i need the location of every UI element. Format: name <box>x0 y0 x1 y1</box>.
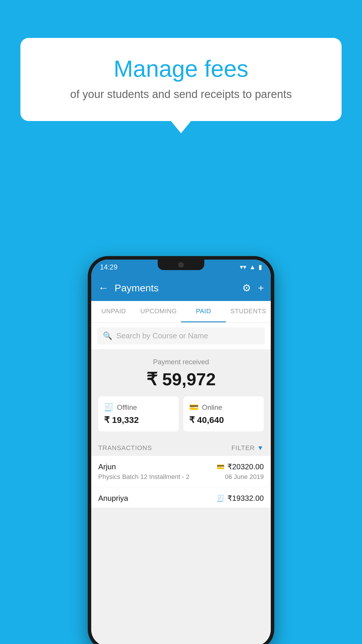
speech-bubble-container: Manage fees of your students and send re… <box>20 38 342 121</box>
transaction-amount-container: 💳 ₹20320.00 <box>217 462 264 471</box>
filter-icon: ▼ <box>257 444 264 452</box>
offline-card-header: 🧾 Offline <box>104 403 173 412</box>
transaction-name: Arjun <box>98 462 116 471</box>
tabs: UNPAID UPCOMING PAID STUDENTS <box>91 301 271 323</box>
search-bar[interactable]: 🔍 Search by Course or Name <box>97 327 265 344</box>
search-icon: 🔍 <box>103 331 112 340</box>
tab-unpaid[interactable]: UNPAID <box>91 301 136 322</box>
status-time: 14:29 <box>100 263 117 271</box>
offline-label: Offline <box>117 403 137 412</box>
transactions-header: TRANSACTIONS FILTER ▼ <box>91 438 271 456</box>
transaction-amount: ₹19332.00 <box>227 494 264 503</box>
payment-label: Payment received <box>98 358 264 366</box>
transactions-list: Arjun 💳 ₹20320.00 Physics Batch 12 Insta… <box>91 456 271 508</box>
tab-students[interactable]: STUDENTS <box>226 301 271 322</box>
status-icons: ▾▾ ▲ ▮ <box>240 263 262 271</box>
phone-notch <box>158 260 204 270</box>
app-bar: ← Payments ⚙ + <box>91 275 271 301</box>
transaction-name: Anupriya <box>98 494 128 503</box>
tab-upcoming[interactable]: UPCOMING <box>136 301 181 322</box>
payment-summary: Payment received ₹ 59,972 🧾 Offline ₹ 19… <box>91 349 271 438</box>
signal-icon: ▲ <box>249 263 256 271</box>
camera <box>178 262 184 267</box>
search-input[interactable]: Search by Course or Name <box>116 331 208 340</box>
settings-button[interactable]: ⚙ <box>242 282 251 294</box>
transaction-amount-container: 🧾 ₹19332.00 <box>217 494 264 503</box>
offline-icon: 🧾 <box>104 403 113 412</box>
phone-frame: 14:29 ▾▾ ▲ ▮ ← Payments ⚙ + UNPAID UPCOM… <box>88 256 274 644</box>
search-bar-container: 🔍 Search by Course or Name <box>91 323 271 349</box>
battery-icon: ▮ <box>259 263 262 271</box>
tab-paid[interactable]: PAID <box>181 301 226 322</box>
phone-screen: 14:29 ▾▾ ▲ ▮ ← Payments ⚙ + UNPAID UPCOM… <box>91 260 271 644</box>
online-amount: ₹ 40,640 <box>189 415 258 425</box>
online-label: Online <box>202 403 222 412</box>
offline-amount: ₹ 19,332 <box>104 415 173 425</box>
speech-bubble: Manage fees of your students and send re… <box>20 38 342 121</box>
online-card-header: 💳 Online <box>189 403 258 412</box>
app-bar-actions: ⚙ + <box>242 282 264 294</box>
speech-bubble-title: Manage fees <box>44 55 318 82</box>
transaction-course: Physics Batch 12 Installment - 2 <box>98 473 189 481</box>
transaction-row-bottom: Physics Batch 12 Installment - 2 06 June… <box>98 473 264 481</box>
offline-card: 🧾 Offline ₹ 19,332 <box>98 396 179 431</box>
add-button[interactable]: + <box>258 282 264 294</box>
online-card: 💳 Online ₹ 40,640 <box>183 396 264 431</box>
online-payment-icon: 💳 <box>217 463 224 471</box>
filter-button[interactable]: FILTER ▼ <box>231 444 264 452</box>
transaction-amount: ₹20320.00 <box>227 462 264 471</box>
payment-cards: 🧾 Offline ₹ 19,332 💳 Online ₹ 40,640 <box>98 396 264 431</box>
content-area: Payment received ₹ 59,972 🧾 Offline ₹ 19… <box>91 349 271 644</box>
speech-bubble-subtitle: of your students and send receipts to pa… <box>44 88 318 101</box>
online-icon: 💳 <box>189 403 198 412</box>
transaction-row-top: Anupriya 🧾 ₹19332.00 <box>98 494 264 503</box>
app-bar-title: Payments <box>115 282 242 294</box>
table-row[interactable]: Anupriya 🧾 ₹19332.00 <box>91 487 271 508</box>
transaction-date: 06 June 2019 <box>225 473 264 481</box>
back-button[interactable]: ← <box>98 282 109 294</box>
table-row[interactable]: Arjun 💳 ₹20320.00 Physics Batch 12 Insta… <box>91 456 271 487</box>
transactions-label: TRANSACTIONS <box>98 444 152 452</box>
payment-total-amount: ₹ 59,972 <box>98 369 264 389</box>
filter-label: FILTER <box>231 444 255 452</box>
offline-payment-icon: 🧾 <box>217 495 224 502</box>
wifi-icon: ▾▾ <box>240 263 246 271</box>
transaction-row-top: Arjun 💳 ₹20320.00 <box>98 462 264 471</box>
